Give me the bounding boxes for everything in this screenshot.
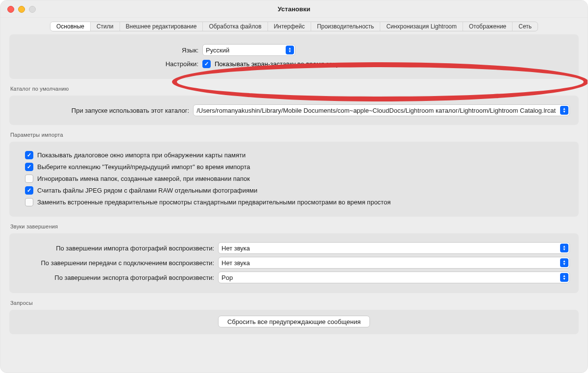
sound-import-label: По завершении импорта фотографий воспрои… (18, 245, 218, 252)
section-import-params: Параметры импорта (10, 132, 579, 138)
chevron-updown-icon: ▲▼ (560, 258, 568, 267)
import-option-row: Показывать диалоговое окно импорта при о… (18, 151, 570, 159)
import-jpeg-separate-checkbox[interactable] (25, 186, 33, 195)
panel-general-top: Язык: Русский ▲▼ Настройки: Показывать э… (9, 34, 579, 79)
sound-export-select[interactable]: Pop ▲▼ (218, 272, 570, 283)
sound-tether-select[interactable]: Нет звука ▲▼ (218, 257, 570, 269)
catalog-label: При запуске использовать этот каталог: (18, 107, 193, 114)
panel-completion-sounds: По завершении импорта фотографий воспрои… (9, 233, 579, 293)
import-option-row: Игнорировать имена папок, созданные каме… (18, 174, 570, 183)
chevron-updown-icon: ▲▼ (286, 46, 294, 54)
tab-display[interactable]: Отображение (463, 22, 513, 31)
import-option-label: Заменить встроенные предварительные прос… (37, 199, 391, 206)
section-completion-sounds: Звуки завершения (10, 224, 579, 229)
panel-prompts: Сбросить все предупреждающие сообщения (9, 310, 579, 334)
titlebar: Установки (0, 0, 588, 18)
import-option-row: Выберите коллекцию "Текущий/предыдущий и… (18, 163, 570, 171)
sound-tether-value: Нет звука (221, 259, 250, 267)
chevron-updown-icon: ▲▼ (560, 273, 568, 282)
reset-warnings-button[interactable]: Сбросить все предупреждающие сообщения (218, 316, 370, 327)
tab-segmented-control: Основные Стили Внешнее редактирование Об… (50, 22, 538, 31)
import-select-collection-checkbox[interactable] (25, 163, 33, 171)
import-option-label: Показывать диалоговое окно импорта при о… (37, 151, 245, 159)
tab-styles[interactable]: Стили (91, 22, 120, 31)
import-option-label: Считать файлы JPEG рядом с файлами RAW о… (37, 187, 257, 194)
catalog-path-select[interactable]: /Users/romanyakushin/Library/Mobile Docu… (193, 104, 570, 116)
import-option-label: Выберите коллекцию "Текущий/предыдущий и… (37, 163, 250, 171)
chevron-updown-icon: ▲▼ (560, 106, 568, 115)
tab-external[interactable]: Внешнее редактирование (120, 22, 203, 31)
content-area: Язык: Русский ▲▼ Настройки: Показывать э… (0, 34, 588, 350)
language-select[interactable]: Русский ▲▼ (202, 44, 295, 56)
chevron-updown-icon: ▲▼ (560, 244, 568, 252)
sound-export-label: По завершении экспорта фотографий воспро… (18, 274, 218, 281)
import-ignore-folder-names-checkbox[interactable] (25, 174, 33, 183)
splash-checkbox-label: Показывать экран-заставку во время запус… (215, 60, 349, 68)
minimize-window-icon[interactable] (18, 6, 25, 13)
panel-default-catalog: При запуске использовать этот каталог: /… (9, 96, 579, 125)
tab-interface[interactable]: Интерфейс (268, 22, 311, 31)
tab-performance[interactable]: Производительность (311, 22, 380, 31)
import-show-dialog-checkbox[interactable] (25, 151, 33, 159)
preferences-window: Установки Основные Стили Внешнее редакти… (0, 0, 588, 373)
sound-tether-label: По завершении передачи с подключением во… (18, 259, 218, 267)
close-window-icon[interactable] (7, 6, 14, 13)
section-prompts: Запросы (10, 300, 579, 306)
tab-general[interactable]: Основные (50, 22, 91, 31)
catalog-path-value: /Users/romanyakushin/Library/Mobile Docu… (196, 107, 566, 114)
splash-checkbox[interactable] (202, 60, 211, 68)
settings-label: Настройки: (18, 60, 202, 68)
tab-lr-sync[interactable]: Синхронизация Lightroom (380, 22, 463, 31)
traffic-lights (7, 6, 36, 13)
import-option-row: Заменить встроенные предварительные прос… (18, 198, 570, 206)
tab-bar: Основные Стили Внешнее редактирование Об… (0, 18, 588, 34)
zoom-window-icon[interactable] (29, 6, 36, 13)
tab-file[interactable]: Обработка файлов (203, 22, 268, 31)
panel-import-params: Показывать диалоговое окно импорта при о… (9, 142, 579, 217)
language-value: Русский (206, 47, 229, 54)
import-option-row: Считать файлы JPEG рядом с файлами RAW о… (18, 186, 570, 195)
tab-network[interactable]: Сеть (513, 22, 538, 31)
import-replace-previews-checkbox[interactable] (25, 198, 33, 206)
sound-import-select[interactable]: Нет звука ▲▼ (218, 242, 570, 254)
language-label: Язык: (18, 47, 202, 54)
section-default-catalog: Каталог по умолчанию (10, 86, 579, 92)
window-title: Установки (0, 5, 588, 13)
import-option-label: Игнорировать имена папок, созданные каме… (37, 175, 250, 182)
sound-import-value: Нет звука (221, 245, 250, 252)
sound-export-value: Pop (221, 274, 233, 281)
